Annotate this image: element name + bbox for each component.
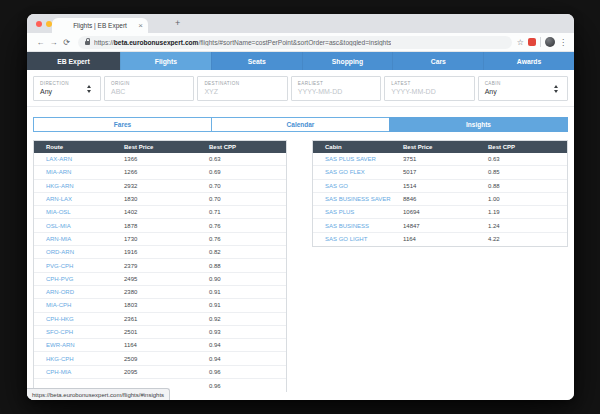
nav-item-seats[interactable]: Seats (211, 52, 302, 70)
best-price-cell: 1514 (403, 183, 488, 189)
forward-icon[interactable]: → (47, 38, 60, 47)
nav-item-flights[interactable]: Flights (120, 52, 211, 70)
table-row: SFO-CPH25010.93 (34, 326, 286, 339)
column-header-best-cpp[interactable]: Best CPP (209, 144, 286, 150)
best-price-cell: 1878 (124, 223, 209, 229)
table-row: MIA-OSL14020.71 (34, 206, 286, 219)
best-cpp-cell: 0.82 (209, 249, 286, 255)
bookmark-star-icon[interactable]: ☆ (517, 38, 524, 47)
browser-menu-icon[interactable]: ⋮ (559, 38, 567, 47)
column-header-best-price[interactable]: Best Price (403, 144, 488, 150)
cabin-link[interactable]: SAS GO LIGHT (325, 236, 403, 242)
close-window-button[interactable] (36, 21, 42, 27)
site-navbar: EB Expert Flights Seats Shopping Cars Aw… (27, 52, 574, 70)
route-link[interactable]: LAX-ARN (46, 156, 124, 162)
best-cpp-cell: 0.71 (209, 209, 286, 215)
cabin-select[interactable]: CABIN Any (478, 76, 568, 101)
best-price-cell: 2379 (124, 263, 209, 269)
route-link[interactable]: CPH-MIA (46, 369, 124, 375)
table-row: SAS PLUS106941.19 (313, 206, 567, 219)
table-row: PVG-CPH23790.88 (34, 259, 286, 272)
route-link[interactable]: CPH-HKG (46, 316, 124, 322)
table-row: ARN-LAX18300.70 (34, 193, 286, 206)
nav-item-cars[interactable]: Cars (392, 52, 483, 70)
screenshot-stage: Flights | EB Expert × + ← → ⟳ https://be… (0, 0, 600, 414)
destination-placeholder: XYZ (204, 88, 286, 95)
filters-section: DIRECTION Any ORIGIN ABC DESTINATION XYZ… (27, 70, 574, 107)
table-row: ARN-MIA17300.76 (34, 233, 286, 246)
cabin-link[interactable]: SAS GO FLEX (325, 169, 403, 175)
minimize-window-button[interactable] (46, 21, 52, 27)
route-link[interactable]: CPH-PVG (46, 276, 124, 282)
table-row: HKG-CPH25090.94 (34, 352, 286, 365)
route-link[interactable]: MIA-CPH (46, 302, 124, 308)
destination-field[interactable]: DESTINATION XYZ (197, 76, 287, 101)
best-cpp-cell: 0.63 (488, 156, 567, 162)
close-tab-icon[interactable]: × (138, 21, 143, 30)
column-header-route[interactable]: Route (46, 144, 124, 150)
best-cpp-cell: 4.22 (488, 236, 567, 242)
brand-logo[interactable]: EB Expert (27, 52, 120, 70)
route-link[interactable]: EWR-ARN (46, 342, 124, 348)
new-tab-button[interactable]: + (175, 18, 180, 28)
column-header-best-cpp[interactable]: Best CPP (488, 144, 567, 150)
route-link[interactable]: ARN-LAX (46, 196, 124, 202)
route-link[interactable]: MIA-OSL (46, 209, 124, 215)
tab-calendar[interactable]: Calendar (211, 117, 390, 132)
route-link[interactable]: ORD-ARN (46, 249, 124, 255)
profile-avatar[interactable] (545, 37, 555, 47)
best-cpp-cell: 0.91 (209, 302, 286, 308)
best-cpp-cell: 1.00 (488, 196, 567, 202)
route-link[interactable]: ARN-ORD (46, 289, 124, 295)
table-row: OSL-MIA18780.76 (34, 219, 286, 232)
best-price-cell: 2495 (124, 276, 209, 282)
destination-label: DESTINATION (204, 81, 286, 86)
direction-select[interactable]: DIRECTION Any (33, 76, 101, 101)
nav-item-shopping[interactable]: Shopping (302, 52, 393, 70)
column-header-cabin[interactable]: Cabin (325, 144, 403, 150)
table-row: SAS GO FLEX50170.85 (313, 166, 567, 179)
tab-fares[interactable]: Fares (33, 117, 212, 132)
address-bar[interactable]: https://beta.eurobonusexpert.com/flights… (78, 36, 512, 49)
table-row: SAS BUSINESS SAVER88461.00 (313, 193, 567, 206)
table-row: HKG-ARN29320.70 (34, 180, 286, 193)
best-cpp-cell: 1.24 (488, 223, 567, 229)
best-price-cell: 1164 (403, 236, 488, 242)
table-row: SAS GO15140.88 (313, 180, 567, 193)
cabin-link[interactable]: SAS PLUS SAVER (325, 156, 403, 162)
tab-insights[interactable]: Insights (389, 117, 568, 132)
column-header-best-price[interactable]: Best Price (124, 144, 209, 150)
cabin-link[interactable]: SAS GO (325, 183, 403, 189)
route-link[interactable]: OSL-MIA (46, 223, 124, 229)
best-cpp-cell: 0.96 (209, 383, 286, 389)
best-cpp-cell: 1.19 (488, 209, 567, 215)
cabin-link[interactable]: SAS BUSINESS SAVER (325, 196, 403, 202)
reload-icon[interactable]: ⟳ (60, 38, 73, 47)
cabin-link[interactable]: SAS BUSINESS (325, 223, 403, 229)
extension-icon[interactable] (528, 38, 536, 46)
stepper-icon (554, 85, 559, 93)
latest-field[interactable]: LATEST YYYY-MM-DD (384, 76, 474, 101)
best-price-cell: 2932 (124, 183, 209, 189)
route-link[interactable]: MIA-ARN (46, 169, 124, 175)
best-price-cell: 3751 (403, 156, 488, 162)
route-link[interactable]: ARN-MIA (46, 236, 124, 242)
route-link[interactable]: HKG-CPH (46, 356, 124, 362)
cabin-link[interactable]: SAS PLUS (325, 209, 403, 215)
cabins-table-header: Cabin Best Price Best CPP (313, 141, 567, 153)
best-price-cell: 2501 (124, 329, 209, 335)
best-cpp-cell: 0.96 (209, 369, 286, 375)
origin-field[interactable]: ORIGIN ABC (104, 76, 194, 101)
route-link[interactable]: HKG-ARN (46, 183, 124, 189)
route-link[interactable]: SFO-CPH (46, 329, 124, 335)
best-price-cell: 1164 (124, 342, 209, 348)
nav-item-awards[interactable]: Awards (483, 52, 574, 70)
best-price-cell: 10694 (403, 209, 488, 215)
browser-tab[interactable]: Flights | EB Expert × (52, 18, 148, 33)
latest-label: LATEST (391, 81, 473, 86)
earliest-field[interactable]: EARLIEST YYYY-MM-DD (291, 76, 381, 101)
route-link[interactable]: PVG-CPH (46, 263, 124, 269)
browser-window: Flights | EB Expert × + ← → ⟳ https://be… (27, 14, 574, 400)
routes-table-body: LAX-ARN13660.63MIA-ARN12660.69HKG-ARN293… (34, 153, 286, 392)
back-icon[interactable]: ← (34, 38, 47, 47)
